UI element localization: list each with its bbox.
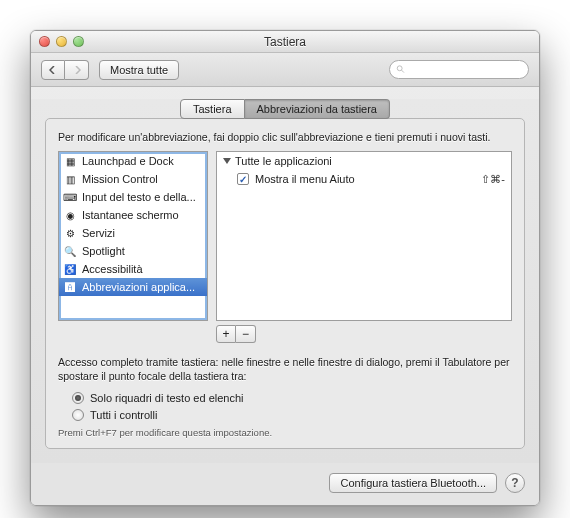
app-icon: 🅰 <box>63 280 77 294</box>
mission-icon: ▥ <box>63 172 77 186</box>
window-title: Tastiera <box>31 35 539 49</box>
list-item[interactable]: ◉Istantanee schermo <box>59 206 207 224</box>
list-item-selected[interactable]: 🅰Abbreviazioni applica... <box>59 278 207 296</box>
zoom-icon[interactable] <box>73 36 84 47</box>
tab-tastiera[interactable]: Tastiera <box>180 99 245 119</box>
shortcut-row[interactable]: Mostra il menu Aiuto ⇧⌘- <box>217 170 511 188</box>
nav-buttons <box>41 60 89 80</box>
tab-bar: Tastiera Abbreviazioni da tastiera <box>45 99 525 119</box>
gear-icon: ⚙ <box>63 226 77 240</box>
disclosure-triangle-icon[interactable] <box>223 158 231 164</box>
bluetooth-button[interactable]: Configura tastiera Bluetooth... <box>329 473 497 493</box>
back-button[interactable] <box>41 60 65 80</box>
shortcut-label: Mostra il menu Aiuto <box>255 173 355 185</box>
shortcut-keys[interactable]: ⇧⌘- <box>481 173 505 186</box>
shortcut-list[interactable]: Tutte le applicazioni Mostra il menu Aiu… <box>216 151 512 321</box>
search-icon <box>396 64 406 75</box>
radio-group: Solo riquadri di testo ed elenchi Tutti … <box>72 389 512 423</box>
minimize-icon[interactable] <box>56 36 67 47</box>
toolbar: Mostra tutte <box>31 53 539 87</box>
list-item[interactable]: ♿Accessibilità <box>59 260 207 278</box>
shortcuts-panel: Per modificare un'abbreviazione, fai dop… <box>45 118 525 449</box>
tab-abbreviazioni[interactable]: Abbreviazioni da tastiera <box>245 99 390 119</box>
grid-icon: ▦ <box>63 154 77 168</box>
search-input[interactable] <box>410 63 522 77</box>
show-all-label: Mostra tutte <box>110 64 168 76</box>
traffic-lights <box>31 36 84 47</box>
instruction-text: Per modificare un'abbreviazione, fai dop… <box>58 131 512 143</box>
list-item[interactable]: ⚙Servizi <box>59 224 207 242</box>
list-item[interactable]: ▦Launchpad e Dock <box>59 152 207 170</box>
search-field[interactable] <box>389 60 529 79</box>
shortcut-group-header[interactable]: Tutte le applicazioni <box>217 152 511 170</box>
access-description: Accesso completo tramite tastiera: nelle… <box>58 355 512 383</box>
close-icon[interactable] <box>39 36 50 47</box>
svg-line-1 <box>401 70 403 72</box>
show-all-button[interactable]: Mostra tutte <box>99 60 179 80</box>
preferences-window: Tastiera Mostra tutte Tastiera Abbreviaz… <box>30 30 540 506</box>
help-button[interactable]: ? <box>505 473 525 493</box>
radio-dot-icon <box>72 409 84 421</box>
titlebar: Tastiera <box>31 31 539 53</box>
list-item[interactable]: 🔍Spotlight <box>59 242 207 260</box>
list-item[interactable]: ▥Mission Control <box>59 170 207 188</box>
add-remove-buttons: + − <box>216 325 512 343</box>
category-list[interactable]: ▦Launchpad e Dock ▥Mission Control ⌨Inpu… <box>58 151 208 321</box>
forward-button[interactable] <box>65 60 89 80</box>
radio-dot-icon <box>72 392 84 404</box>
checkbox[interactable] <box>237 173 249 185</box>
keyboard-icon: ⌨ <box>63 190 77 204</box>
accessibility-icon: ♿ <box>63 262 77 276</box>
camera-icon: ◉ <box>63 208 77 222</box>
help-icon: ? <box>511 476 518 490</box>
radio-text-lists[interactable]: Solo riquadri di testo ed elenchi <box>72 389 512 406</box>
svg-point-0 <box>397 66 402 71</box>
list-item[interactable]: ⌨Input del testo e della... <box>59 188 207 206</box>
add-button[interactable]: + <box>216 325 236 343</box>
remove-button[interactable]: − <box>236 325 256 343</box>
footer: Configura tastiera Bluetooth... ? <box>31 463 539 505</box>
spotlight-icon: 🔍 <box>63 244 77 258</box>
content-area: Tastiera Abbreviazioni da tastiera Per m… <box>31 99 539 463</box>
access-hint: Premi Ctrl+F7 per modificare questa impo… <box>58 427 512 438</box>
radio-all-controls[interactable]: Tutti i controlli <box>72 406 512 423</box>
lists-row: ▦Launchpad e Dock ▥Mission Control ⌨Inpu… <box>58 151 512 321</box>
